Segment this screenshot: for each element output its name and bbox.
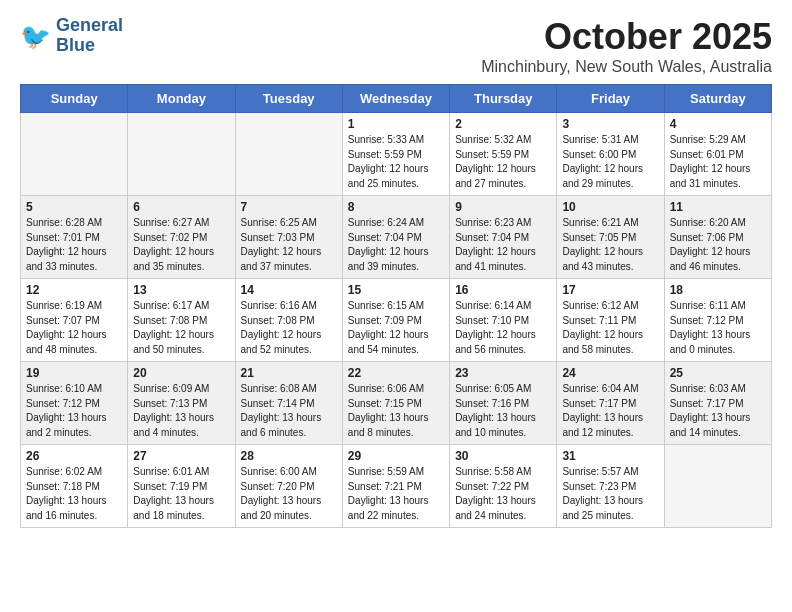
day-number: 18: [670, 283, 766, 297]
month-title: October 2025: [481, 16, 772, 58]
calendar-cell: 10Sunrise: 6:21 AM Sunset: 7:05 PM Dayli…: [557, 196, 664, 279]
calendar-cell: 6Sunrise: 6:27 AM Sunset: 7:02 PM Daylig…: [128, 196, 235, 279]
weekday-header: Tuesday: [235, 85, 342, 113]
calendar-table: SundayMondayTuesdayWednesdayThursdayFrid…: [20, 84, 772, 528]
calendar-week-row: 12Sunrise: 6:19 AM Sunset: 7:07 PM Dayli…: [21, 279, 772, 362]
day-number: 13: [133, 283, 229, 297]
day-info: Sunrise: 5:58 AM Sunset: 7:22 PM Dayligh…: [455, 465, 551, 523]
day-info: Sunrise: 6:02 AM Sunset: 7:18 PM Dayligh…: [26, 465, 122, 523]
day-number: 5: [26, 200, 122, 214]
day-number: 1: [348, 117, 444, 131]
calendar-cell: 30Sunrise: 5:58 AM Sunset: 7:22 PM Dayli…: [450, 445, 557, 528]
day-number: 3: [562, 117, 658, 131]
calendar-cell: [21, 113, 128, 196]
calendar-cell: [128, 113, 235, 196]
day-number: 27: [133, 449, 229, 463]
calendar-cell: [664, 445, 771, 528]
day-number: 10: [562, 200, 658, 214]
weekday-header-row: SundayMondayTuesdayWednesdayThursdayFrid…: [21, 85, 772, 113]
day-number: 29: [348, 449, 444, 463]
logo-text: General Blue: [56, 16, 123, 56]
day-info: Sunrise: 6:04 AM Sunset: 7:17 PM Dayligh…: [562, 382, 658, 440]
day-number: 11: [670, 200, 766, 214]
day-number: 19: [26, 366, 122, 380]
calendar-cell: 23Sunrise: 6:05 AM Sunset: 7:16 PM Dayli…: [450, 362, 557, 445]
calendar-cell: 3Sunrise: 5:31 AM Sunset: 6:00 PM Daylig…: [557, 113, 664, 196]
logo: 🐦 General Blue: [20, 16, 123, 56]
day-number: 17: [562, 283, 658, 297]
svg-text:🐦: 🐦: [20, 21, 52, 52]
calendar-cell: 8Sunrise: 6:24 AM Sunset: 7:04 PM Daylig…: [342, 196, 449, 279]
day-info: Sunrise: 6:21 AM Sunset: 7:05 PM Dayligh…: [562, 216, 658, 274]
logo-icon: 🐦: [20, 20, 52, 52]
calendar-cell: 12Sunrise: 6:19 AM Sunset: 7:07 PM Dayli…: [21, 279, 128, 362]
day-number: 15: [348, 283, 444, 297]
weekday-header: Thursday: [450, 85, 557, 113]
day-info: Sunrise: 6:05 AM Sunset: 7:16 PM Dayligh…: [455, 382, 551, 440]
calendar-cell: 31Sunrise: 5:57 AM Sunset: 7:23 PM Dayli…: [557, 445, 664, 528]
calendar-week-row: 19Sunrise: 6:10 AM Sunset: 7:12 PM Dayli…: [21, 362, 772, 445]
calendar-cell: 24Sunrise: 6:04 AM Sunset: 7:17 PM Dayli…: [557, 362, 664, 445]
day-info: Sunrise: 6:12 AM Sunset: 7:11 PM Dayligh…: [562, 299, 658, 357]
title-block: October 2025 Minchinbury, New South Wale…: [481, 16, 772, 76]
calendar-week-row: 5Sunrise: 6:28 AM Sunset: 7:01 PM Daylig…: [21, 196, 772, 279]
day-info: Sunrise: 6:28 AM Sunset: 7:01 PM Dayligh…: [26, 216, 122, 274]
day-info: Sunrise: 6:24 AM Sunset: 7:04 PM Dayligh…: [348, 216, 444, 274]
day-info: Sunrise: 5:33 AM Sunset: 5:59 PM Dayligh…: [348, 133, 444, 191]
calendar-cell: 14Sunrise: 6:16 AM Sunset: 7:08 PM Dayli…: [235, 279, 342, 362]
day-info: Sunrise: 6:03 AM Sunset: 7:17 PM Dayligh…: [670, 382, 766, 440]
day-number: 31: [562, 449, 658, 463]
calendar-cell: 2Sunrise: 5:32 AM Sunset: 5:59 PM Daylig…: [450, 113, 557, 196]
weekday-header: Sunday: [21, 85, 128, 113]
day-number: 20: [133, 366, 229, 380]
day-info: Sunrise: 6:10 AM Sunset: 7:12 PM Dayligh…: [26, 382, 122, 440]
day-info: Sunrise: 6:09 AM Sunset: 7:13 PM Dayligh…: [133, 382, 229, 440]
day-info: Sunrise: 6:06 AM Sunset: 7:15 PM Dayligh…: [348, 382, 444, 440]
page-header: 🐦 General Blue October 2025 Minchinbury,…: [20, 16, 772, 76]
day-info: Sunrise: 6:23 AM Sunset: 7:04 PM Dayligh…: [455, 216, 551, 274]
calendar-cell: [235, 113, 342, 196]
day-number: 22: [348, 366, 444, 380]
calendar-cell: 7Sunrise: 6:25 AM Sunset: 7:03 PM Daylig…: [235, 196, 342, 279]
calendar-cell: 1Sunrise: 5:33 AM Sunset: 5:59 PM Daylig…: [342, 113, 449, 196]
calendar-week-row: 1Sunrise: 5:33 AM Sunset: 5:59 PM Daylig…: [21, 113, 772, 196]
calendar-cell: 15Sunrise: 6:15 AM Sunset: 7:09 PM Dayli…: [342, 279, 449, 362]
day-number: 12: [26, 283, 122, 297]
day-number: 30: [455, 449, 551, 463]
calendar-cell: 13Sunrise: 6:17 AM Sunset: 7:08 PM Dayli…: [128, 279, 235, 362]
day-number: 25: [670, 366, 766, 380]
day-number: 24: [562, 366, 658, 380]
calendar-cell: 26Sunrise: 6:02 AM Sunset: 7:18 PM Dayli…: [21, 445, 128, 528]
weekday-header: Monday: [128, 85, 235, 113]
day-number: 7: [241, 200, 337, 214]
day-number: 28: [241, 449, 337, 463]
calendar-cell: 22Sunrise: 6:06 AM Sunset: 7:15 PM Dayli…: [342, 362, 449, 445]
day-info: Sunrise: 5:59 AM Sunset: 7:21 PM Dayligh…: [348, 465, 444, 523]
day-info: Sunrise: 6:15 AM Sunset: 7:09 PM Dayligh…: [348, 299, 444, 357]
day-info: Sunrise: 6:08 AM Sunset: 7:14 PM Dayligh…: [241, 382, 337, 440]
day-info: Sunrise: 6:00 AM Sunset: 7:20 PM Dayligh…: [241, 465, 337, 523]
day-info: Sunrise: 6:16 AM Sunset: 7:08 PM Dayligh…: [241, 299, 337, 357]
weekday-header: Friday: [557, 85, 664, 113]
calendar-cell: 5Sunrise: 6:28 AM Sunset: 7:01 PM Daylig…: [21, 196, 128, 279]
calendar-cell: 20Sunrise: 6:09 AM Sunset: 7:13 PM Dayli…: [128, 362, 235, 445]
calendar-week-row: 26Sunrise: 6:02 AM Sunset: 7:18 PM Dayli…: [21, 445, 772, 528]
day-number: 8: [348, 200, 444, 214]
calendar-cell: 25Sunrise: 6:03 AM Sunset: 7:17 PM Dayli…: [664, 362, 771, 445]
calendar-cell: 16Sunrise: 6:14 AM Sunset: 7:10 PM Dayli…: [450, 279, 557, 362]
calendar-cell: 18Sunrise: 6:11 AM Sunset: 7:12 PM Dayli…: [664, 279, 771, 362]
day-number: 23: [455, 366, 551, 380]
day-info: Sunrise: 6:20 AM Sunset: 7:06 PM Dayligh…: [670, 216, 766, 274]
calendar-cell: 21Sunrise: 6:08 AM Sunset: 7:14 PM Dayli…: [235, 362, 342, 445]
day-info: Sunrise: 6:11 AM Sunset: 7:12 PM Dayligh…: [670, 299, 766, 357]
day-info: Sunrise: 5:57 AM Sunset: 7:23 PM Dayligh…: [562, 465, 658, 523]
day-info: Sunrise: 6:17 AM Sunset: 7:08 PM Dayligh…: [133, 299, 229, 357]
calendar-cell: 28Sunrise: 6:00 AM Sunset: 7:20 PM Dayli…: [235, 445, 342, 528]
calendar-cell: 17Sunrise: 6:12 AM Sunset: 7:11 PM Dayli…: [557, 279, 664, 362]
day-info: Sunrise: 5:29 AM Sunset: 6:01 PM Dayligh…: [670, 133, 766, 191]
day-info: Sunrise: 5:32 AM Sunset: 5:59 PM Dayligh…: [455, 133, 551, 191]
day-number: 2: [455, 117, 551, 131]
calendar-cell: 19Sunrise: 6:10 AM Sunset: 7:12 PM Dayli…: [21, 362, 128, 445]
day-info: Sunrise: 6:01 AM Sunset: 7:19 PM Dayligh…: [133, 465, 229, 523]
location-title: Minchinbury, New South Wales, Australia: [481, 58, 772, 76]
